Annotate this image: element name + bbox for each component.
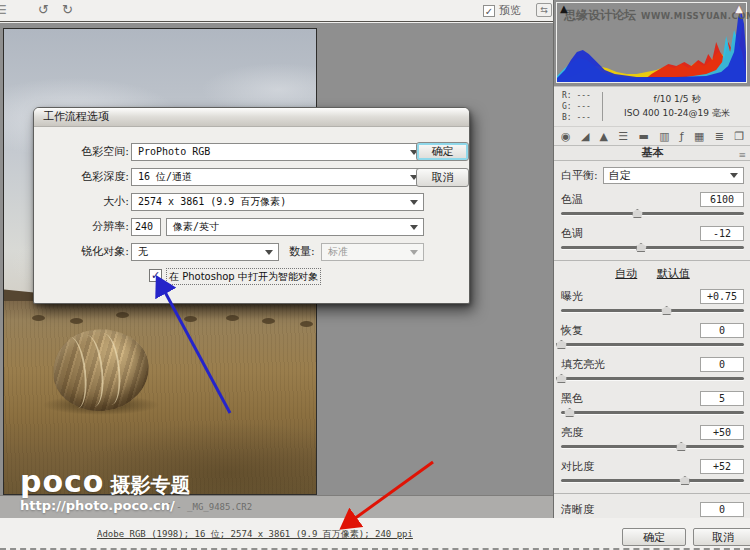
lens-corrections-tab[interactable]: ▥ bbox=[659, 130, 669, 143]
clarity-value[interactable]: 0 bbox=[700, 502, 744, 517]
brightness-value[interactable]: +50 bbox=[700, 425, 744, 440]
temperature-slider[interactable] bbox=[561, 208, 744, 218]
cancel-button[interactable]: 取消 bbox=[693, 528, 750, 546]
panel-menu-icon[interactable]: ≡ bbox=[738, 148, 746, 162]
preview-label: 预览 bbox=[499, 3, 521, 18]
resolution-input[interactable]: 240 bbox=[131, 218, 161, 236]
panel-title: 基本 bbox=[642, 146, 664, 159]
cropped-tool-icon: ☰ bbox=[0, 3, 7, 17]
sharpen-for-label: 锐化对象: bbox=[49, 243, 129, 261]
histogram-info: R: ---G: ---B: --- f/10 1/5 秒 ISO 400 10… bbox=[554, 86, 750, 126]
brightness-slider[interactable] bbox=[561, 441, 744, 451]
camera-calibration-tab[interactable]: ▦ bbox=[694, 130, 704, 143]
distant-hay-bale bbox=[70, 318, 83, 324]
recovery-value[interactable]: 0 bbox=[700, 323, 744, 338]
white-balance-select[interactable]: 自定 bbox=[603, 167, 744, 184]
temperature-value[interactable]: 6100 bbox=[700, 192, 744, 207]
split-toning-tab[interactable]: ▬ bbox=[638, 130, 648, 143]
toggle-fullscreen-icon[interactable]: ⇆ bbox=[536, 3, 552, 17]
fill-light-value[interactable]: 0 bbox=[700, 357, 744, 372]
distant-hay-bale bbox=[262, 318, 275, 324]
snapshots-tab[interactable]: ❐ bbox=[734, 130, 744, 143]
preview-checkbox[interactable]: ✓ 预览 bbox=[483, 3, 521, 18]
tone-curve-tab[interactable]: ◢ bbox=[581, 130, 589, 143]
tint-value[interactable]: -12 bbox=[700, 226, 744, 241]
rotate-left-icon[interactable]: ↺ bbox=[38, 2, 49, 17]
chevron-down-icon bbox=[410, 250, 418, 255]
exposure-value[interactable]: +0.75 bbox=[700, 289, 744, 304]
dialog-ok-button[interactable]: 确定 bbox=[416, 142, 469, 161]
hsl-grayscale-tab[interactable]: ☰ bbox=[618, 130, 628, 143]
site-url: WWW.MISSYUAN.COM bbox=[641, 11, 750, 21]
contrast-value[interactable]: +52 bbox=[700, 459, 744, 474]
blacks-value[interactable]: 5 bbox=[700, 391, 744, 406]
brightness-label: 亮度 bbox=[561, 425, 583, 440]
adjustments-panel: ▲ ▲ 思缘设计论坛 WWW.MISSYUAN.COM R: ---G: ---… bbox=[553, 0, 750, 518]
white-balance-label: 白平衡: bbox=[561, 168, 598, 183]
contrast-slider[interactable] bbox=[561, 475, 744, 485]
poco-title: 摄影专题 bbox=[110, 473, 190, 497]
slider-contrast: 对比度+52 bbox=[561, 458, 744, 485]
auto-link[interactable]: 自动 bbox=[615, 267, 637, 280]
blacks-slider-thumb[interactable] bbox=[564, 408, 575, 417]
camera-raw-window: ☰ ↺ ↻ ✓ 预览 ⇆ I bbox=[0, 0, 750, 550]
exposure-slider[interactable] bbox=[561, 305, 744, 315]
color-depth-select[interactable]: 16 位/通道 bbox=[131, 168, 424, 186]
shadow-clipping-indicator[interactable]: ▲ bbox=[560, 4, 568, 14]
fill-light-slider[interactable] bbox=[561, 373, 744, 383]
tint-slider[interactable] bbox=[561, 242, 744, 252]
poco-watermark: poco摄影专题 http://photo.poco.cn/ bbox=[20, 469, 190, 513]
size-select[interactable]: 2574 x 3861 (9.9 百万像素) bbox=[131, 193, 424, 211]
basic-panel-header: 基本 ≡ bbox=[554, 146, 750, 161]
distant-hay-bale bbox=[184, 316, 197, 322]
recovery-label: 恢复 bbox=[561, 323, 583, 338]
channel-readout: G: --- bbox=[562, 101, 591, 112]
blacks-slider[interactable] bbox=[561, 407, 744, 417]
distant-hay-bale bbox=[226, 315, 239, 321]
color-depth-label: 色彩深度: bbox=[49, 168, 129, 186]
presets-tab[interactable]: ≣ bbox=[715, 130, 724, 143]
blacks-label: 黑色 bbox=[561, 391, 583, 406]
exif-line2: ISO 400 10-24@19 毫米 bbox=[610, 106, 744, 120]
amount-label: 数量: bbox=[289, 243, 315, 261]
exposure-label: 曝光 bbox=[561, 289, 583, 304]
contrast-slider-thumb[interactable] bbox=[679, 476, 690, 485]
fill-light-label: 填充亮光 bbox=[561, 357, 605, 372]
poco-url: http://photo.poco.cn/ bbox=[20, 498, 190, 513]
fill-light-slider-thumb[interactable] bbox=[556, 374, 567, 383]
tint-slider-thumb[interactable] bbox=[636, 243, 647, 252]
sharpen-for-select[interactable]: 无 bbox=[131, 243, 279, 261]
color-space-select[interactable]: ProPhoto RGB bbox=[131, 143, 424, 161]
default-link[interactable]: 默认值 bbox=[657, 267, 690, 280]
basic-tab[interactable]: ◉ bbox=[561, 130, 571, 143]
dialog-cancel-button[interactable]: 取消 bbox=[416, 168, 469, 187]
rotate-right-icon[interactable]: ↻ bbox=[62, 2, 73, 17]
dialog-title: 工作流程选项 bbox=[34, 108, 469, 127]
highlight-clipping-indicator[interactable]: ▲ bbox=[735, 4, 743, 14]
toolbar: ☰ ↺ ↻ ✓ 预览 ⇆ bbox=[0, 0, 553, 22]
size-label: 大小: bbox=[49, 193, 129, 211]
temperature-slider-thumb[interactable] bbox=[632, 209, 643, 218]
recovery-slider[interactable] bbox=[561, 339, 744, 349]
resolution-unit-select[interactable]: 像素/英寸 bbox=[166, 218, 424, 236]
site-watermark: 思缘设计论坛 WWW.MISSYUAN.COM bbox=[564, 4, 750, 24]
recovery-slider-thumb[interactable] bbox=[556, 340, 567, 349]
site-name: 思缘设计论坛 bbox=[564, 8, 636, 22]
slider-recovery: 恢复0 bbox=[561, 322, 744, 349]
contrast-label: 对比度 bbox=[561, 459, 594, 474]
effects-tab[interactable]: ƒ bbox=[680, 130, 684, 143]
detail-tab[interactable]: ▲ bbox=[600, 130, 608, 143]
exif-line1: f/10 1/5 秒 bbox=[610, 92, 744, 106]
divider bbox=[554, 493, 750, 494]
chevron-down-icon bbox=[410, 225, 418, 230]
clarity-label: 清晰度 bbox=[561, 502, 594, 517]
exposure-slider-thumb[interactable] bbox=[661, 306, 672, 315]
smart-object-checkbox[interactable]: ✓ bbox=[149, 269, 162, 282]
open-image-button[interactable]: 确定 bbox=[622, 528, 686, 546]
distant-hay-bale bbox=[32, 315, 45, 321]
divider bbox=[602, 92, 603, 121]
slider-blacks: 黑色5 bbox=[561, 390, 744, 417]
brightness-slider-thumb[interactable] bbox=[676, 442, 687, 451]
checkbox-check-icon: ✓ bbox=[483, 5, 495, 17]
workflow-options-link[interactable]: Adobe RGB (1998); 16 位; 2574 x 3861 (9.9… bbox=[97, 528, 413, 541]
